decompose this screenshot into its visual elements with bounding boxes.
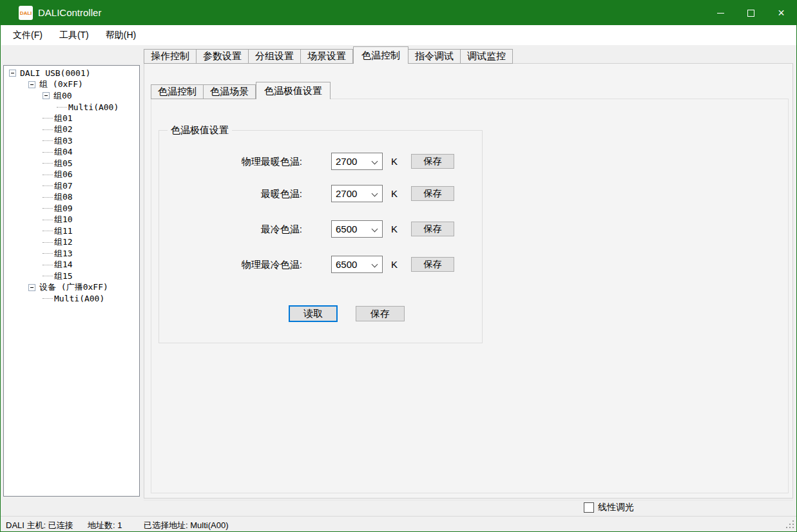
tree-item-group15[interactable]: 组15 bbox=[4, 271, 139, 282]
tree-item-device-broadcast[interactable]: 设备 (广播0xFF) bbox=[4, 282, 139, 294]
tree-connector bbox=[43, 265, 53, 265]
titlebar: DALI DALIController × bbox=[1, 1, 796, 25]
tree-item-group04[interactable]: 组04 bbox=[4, 147, 139, 158]
collapse-icon[interactable] bbox=[9, 70, 16, 77]
tree-connector bbox=[43, 129, 53, 130]
chevron-down-icon bbox=[372, 158, 378, 165]
physical-warmest-label: 物理最暖色温: bbox=[162, 153, 302, 170]
subtab-color-temp-scene[interactable]: 色温场景 bbox=[204, 84, 256, 99]
menu-tools[interactable]: 工具(T) bbox=[59, 30, 89, 41]
read-button[interactable]: 读取 bbox=[289, 305, 338, 322]
collapse-icon[interactable] bbox=[28, 284, 35, 291]
tree-item-group07[interactable]: 组07 bbox=[4, 180, 139, 192]
tab-debug-monitor[interactable]: 调试监控 bbox=[461, 49, 513, 64]
collapse-icon[interactable] bbox=[28, 81, 35, 88]
subtab-color-temp-control[interactable]: 色温控制 bbox=[151, 84, 204, 99]
coolest-save-button[interactable]: 保存 bbox=[411, 222, 454, 236]
minimize-icon bbox=[717, 13, 724, 14]
divider bbox=[144, 500, 793, 500]
tree-connector bbox=[43, 220, 53, 220]
tree-connector bbox=[43, 140, 53, 141]
physical-coolest-save-button[interactable]: 保存 bbox=[411, 257, 454, 272]
chevron-down-icon bbox=[372, 191, 378, 197]
tree-item-multi-a00-broadcast[interactable]: Multi(A00) bbox=[4, 293, 139, 305]
unit-label: K bbox=[391, 220, 404, 238]
tree-item-group01[interactable]: 组01 bbox=[4, 113, 139, 124]
unit-label: K bbox=[391, 153, 404, 170]
physical-warmest-combobox[interactable]: 2700 bbox=[331, 153, 383, 170]
tab-grouping-settings[interactable]: 分组设置 bbox=[249, 49, 301, 64]
warmest-save-button[interactable]: 保存 bbox=[411, 186, 454, 201]
tree-item-group11[interactable]: 组11 bbox=[4, 225, 139, 237]
chevron-down-icon bbox=[372, 226, 378, 233]
tree-item-group12[interactable]: 组12 bbox=[4, 237, 139, 249]
menu-file[interactable]: 文件(F) bbox=[13, 30, 43, 41]
tree-connector bbox=[43, 298, 53, 299]
app-window: DALI DALIController × 文件(F) 工具(T) 帮助(H) … bbox=[0, 0, 797, 532]
physical-coolest-combobox[interactable]: 6500 bbox=[331, 256, 383, 273]
linear-dimming-checkbox[interactable]: 线性调光 bbox=[584, 502, 634, 513]
tab-parameter-settings[interactable]: 参数设置 bbox=[197, 49, 249, 64]
maximize-button[interactable] bbox=[736, 1, 766, 25]
tree-connector bbox=[43, 197, 53, 198]
tree-item-group02[interactable]: 组02 bbox=[4, 124, 139, 136]
tree-item-group05[interactable]: 组05 bbox=[4, 158, 139, 169]
combobox-value: 6500 bbox=[336, 259, 357, 270]
statusbar: DALI 主机: 已连接 地址数: 1 已选择地址: Multi(A00) bbox=[1, 516, 796, 532]
tab-command-debug[interactable]: 指令调试 bbox=[408, 49, 461, 64]
tree-item-group08[interactable]: 组08 bbox=[4, 192, 139, 204]
tab-operation-control[interactable]: 操作控制 bbox=[144, 49, 197, 64]
tree-connector bbox=[43, 253, 53, 254]
warmest-label: 最暖色温: bbox=[162, 185, 302, 202]
tree-connector bbox=[43, 163, 53, 164]
tree-item-group06[interactable]: 组06 bbox=[4, 169, 139, 181]
tree-item-group03[interactable]: 组03 bbox=[4, 135, 139, 147]
groupbox-title: 色温极值设置 bbox=[168, 124, 232, 137]
window-title: DALIController bbox=[38, 7, 101, 18]
tree-item-group00[interactable]: 组00 bbox=[4, 90, 139, 102]
window-controls: × bbox=[706, 1, 796, 25]
subtab-color-temp-extremes[interactable]: 色温极值设置 bbox=[256, 82, 331, 99]
minimize-button[interactable] bbox=[706, 1, 736, 25]
tree-item-group-ff[interactable]: 组 (0xFF) bbox=[4, 79, 139, 91]
tree-connector bbox=[43, 231, 53, 231]
main-tabstrip: 操作控制 参数设置 分组设置 场景设置 色温控制 指令调试 调试监控 bbox=[144, 46, 513, 64]
tree-connector bbox=[43, 152, 53, 153]
maximize-icon bbox=[747, 10, 754, 17]
status-address-count: 地址数: 1 bbox=[88, 520, 122, 531]
app-icon: DALI bbox=[19, 6, 33, 20]
menu-help[interactable]: 帮助(H) bbox=[106, 30, 136, 41]
tree-item-group10[interactable]: 组10 bbox=[4, 214, 139, 226]
tree-connector bbox=[57, 107, 67, 108]
tree-item-group13[interactable]: 组13 bbox=[4, 248, 139, 260]
checkbox-label: 线性调光 bbox=[598, 502, 634, 513]
save-button[interactable]: 保存 bbox=[356, 306, 405, 321]
unit-label: K bbox=[391, 185, 404, 202]
close-button[interactable]: × bbox=[766, 1, 796, 25]
tree-item-group14[interactable]: 组14 bbox=[4, 260, 139, 271]
tree-connector bbox=[43, 242, 53, 243]
warmest-combobox[interactable]: 2700 bbox=[331, 185, 383, 202]
tree-item-group09[interactable]: 组09 bbox=[4, 203, 139, 214]
sub-tabstrip: 色温控制 色温场景 色温极值设置 bbox=[151, 82, 331, 99]
coolest-label: 最冷色温: bbox=[162, 220, 302, 238]
physical-coolest-label: 物理最冷色温: bbox=[162, 256, 302, 273]
tab-scene-settings[interactable]: 场景设置 bbox=[301, 49, 353, 64]
tab-color-temp-control[interactable]: 色温控制 bbox=[353, 46, 408, 64]
status-selected-address: 已选择地址: Multi(A00) bbox=[144, 520, 228, 531]
tree-connector bbox=[43, 175, 53, 175]
collapse-icon[interactable] bbox=[43, 92, 50, 99]
chevron-down-icon bbox=[372, 261, 378, 268]
checkbox-box-icon bbox=[584, 502, 594, 513]
tree-item-multi-a00[interactable]: Multi(A00) bbox=[4, 102, 139, 113]
tree-item-dali-usb[interactable]: DALI USB(0001) bbox=[4, 68, 139, 79]
physical-warmest-save-button[interactable]: 保存 bbox=[411, 154, 454, 169]
tree-connector bbox=[43, 276, 53, 276]
coolest-combobox[interactable]: 6500 bbox=[331, 220, 383, 238]
combobox-value: 2700 bbox=[336, 156, 357, 167]
combobox-value: 6500 bbox=[336, 223, 357, 234]
resize-grip[interactable] bbox=[786, 527, 787, 528]
device-tree: DALI USB(0001) 组 (0xFF) 组00 Multi(A00) 组… bbox=[3, 65, 140, 497]
status-host: DALI 主机: 已连接 bbox=[6, 520, 73, 531]
tree-connector bbox=[43, 118, 53, 119]
